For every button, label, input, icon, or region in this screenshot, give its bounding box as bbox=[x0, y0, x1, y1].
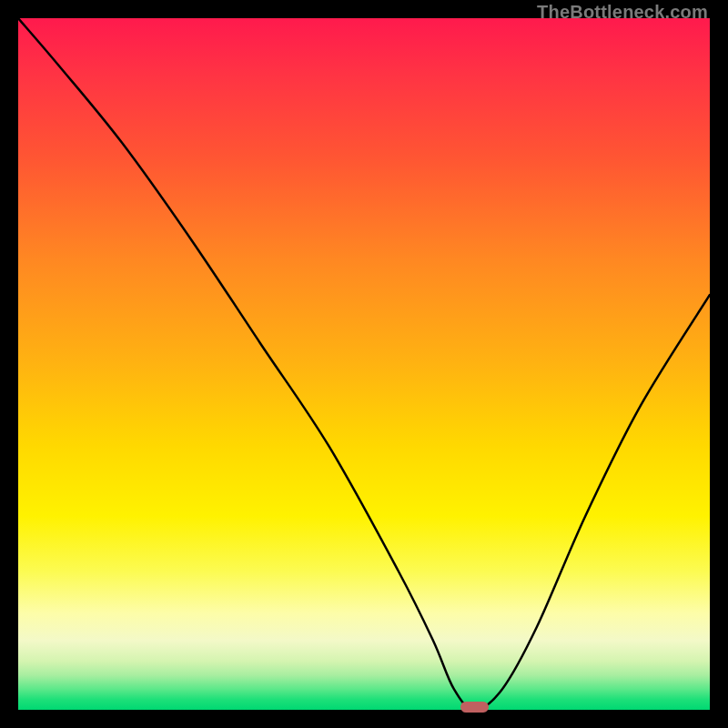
plot-area bbox=[18, 18, 710, 710]
bottleneck-curve bbox=[18, 18, 710, 710]
chart-frame: TheBottleneck.com bbox=[0, 0, 728, 728]
optimal-marker bbox=[460, 702, 488, 712]
